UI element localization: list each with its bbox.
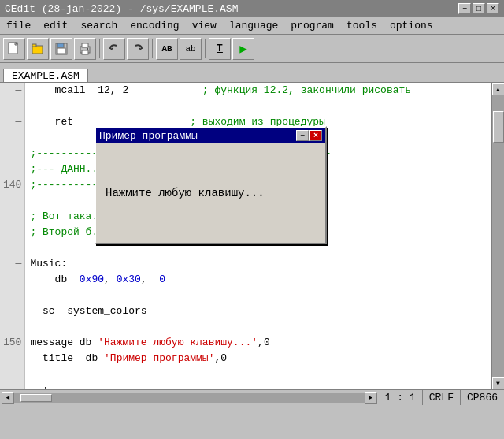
menu-search[interactable]: search bbox=[77, 19, 120, 32]
format-button[interactable]: T bbox=[209, 38, 231, 60]
close-button[interactable]: × bbox=[487, 3, 499, 14]
menu-tools[interactable]: tools bbox=[343, 19, 380, 32]
svg-rect-5 bbox=[57, 43, 64, 47]
hscroll-track[interactable] bbox=[14, 393, 365, 403]
title-bar: CEdit (28-jan-2022) - /sys/EXAMPLE.ASM −… bbox=[0, 0, 504, 17]
window-title: CEdit (28-jan-2022) - /sys/EXAMPLE.ASM bbox=[5, 3, 238, 15]
code-line: sc system_colors bbox=[30, 303, 487, 319]
tab-bar: EXAMPLE.ASM bbox=[0, 63, 504, 82]
code-line: mcall 12, 2 ; функция 12.2, закончили ри… bbox=[30, 83, 487, 99]
toolbar-separator-2 bbox=[152, 39, 153, 58]
code-line: Music: bbox=[30, 256, 487, 272]
toolbar-separator-3 bbox=[205, 39, 206, 58]
undo-button[interactable] bbox=[103, 38, 125, 60]
encoding-status: CP866 bbox=[461, 390, 504, 405]
code-line: message db 'Нажмите любую клавишу...',0 bbox=[30, 335, 487, 351]
tab-example-asm[interactable]: EXAMPLE.ASM bbox=[3, 69, 88, 83]
scroll-down-button[interactable]: ▼ bbox=[492, 377, 505, 389]
toolbar-separator-1 bbox=[99, 39, 100, 58]
dialog-title-bar: Пример программы − × bbox=[96, 128, 325, 143]
menu-view[interactable]: view bbox=[189, 19, 220, 32]
vertical-scrollbar[interactable]: ▲ ▼ bbox=[491, 83, 504, 389]
svg-point-10 bbox=[87, 48, 88, 50]
bottom-bar: ◄ ► 1 : 1 CRLF CP866 bbox=[0, 389, 504, 405]
dialog-title-controls: − × bbox=[296, 130, 322, 141]
hscroll-container[interactable]: ◄ ► bbox=[0, 390, 379, 405]
code-line bbox=[30, 99, 487, 114]
save-button[interactable] bbox=[50, 38, 72, 60]
toolbar: AB ab T ▶ bbox=[0, 35, 504, 63]
svg-rect-8 bbox=[82, 43, 88, 47]
redo-button[interactable] bbox=[127, 38, 149, 60]
minimize-button[interactable]: − bbox=[458, 3, 471, 14]
print-button[interactable] bbox=[74, 38, 96, 60]
scroll-track[interactable] bbox=[492, 95, 505, 377]
menu-file[interactable]: file bbox=[3, 19, 34, 32]
cursor-position: 1 : 1 bbox=[379, 390, 423, 405]
menu-bar: file edit search encoding view language … bbox=[0, 17, 504, 35]
scroll-thumb[interactable] bbox=[493, 111, 504, 143]
code-line bbox=[30, 319, 487, 335]
line-numbers: — — 140 — 150 bbox=[0, 83, 25, 389]
dialog: Пример программы − × Нажмите любую клави… bbox=[94, 126, 327, 244]
dialog-title: Пример программы bbox=[99, 130, 198, 142]
menu-options[interactable]: options bbox=[387, 19, 436, 32]
maximize-button[interactable]: □ bbox=[472, 3, 485, 14]
editor-container: — — 140 — 150 mcall 12, 2 ; функция 12.2… bbox=[0, 82, 504, 389]
svg-rect-3 bbox=[32, 44, 36, 47]
dialog-close-button[interactable]: × bbox=[309, 130, 322, 141]
line-ending: CRLF bbox=[423, 390, 461, 405]
code-line bbox=[30, 366, 487, 382]
new-button[interactable] bbox=[3, 38, 25, 60]
menu-language[interactable]: language bbox=[226, 19, 281, 32]
code-line bbox=[30, 288, 487, 303]
code-line: title db 'Пример программы',0 bbox=[30, 351, 487, 366]
scroll-up-button[interactable]: ▲ bbox=[492, 83, 505, 95]
open-button[interactable] bbox=[27, 38, 49, 60]
code-line: db 0x90, 0x30, 0 bbox=[30, 272, 487, 288]
dialog-message: Нажмите любую клавишу... bbox=[106, 187, 265, 199]
code-line: ; bbox=[30, 382, 487, 389]
case1-button[interactable]: AB bbox=[156, 38, 178, 60]
dialog-body: Нажмите любую клавишу... bbox=[96, 143, 325, 243]
menu-edit[interactable]: edit bbox=[40, 19, 71, 32]
svg-rect-6 bbox=[57, 48, 65, 54]
dialog-minimize-button[interactable]: − bbox=[296, 130, 309, 141]
title-bar-controls: − □ × bbox=[458, 3, 499, 14]
menu-program[interactable]: program bbox=[287, 19, 337, 32]
status-bar: 1 : 1 CRLF CP866 bbox=[379, 390, 504, 405]
svg-rect-9 bbox=[82, 50, 88, 54]
hscroll-left-button[interactable]: ◄ bbox=[2, 392, 14, 404]
hscroll-right-button[interactable]: ► bbox=[365, 392, 377, 404]
menu-encoding[interactable]: encoding bbox=[127, 19, 182, 32]
case2-button[interactable]: ab bbox=[180, 38, 202, 60]
hscroll-thumb[interactable] bbox=[20, 394, 52, 402]
run-button[interactable]: ▶ bbox=[232, 38, 254, 60]
